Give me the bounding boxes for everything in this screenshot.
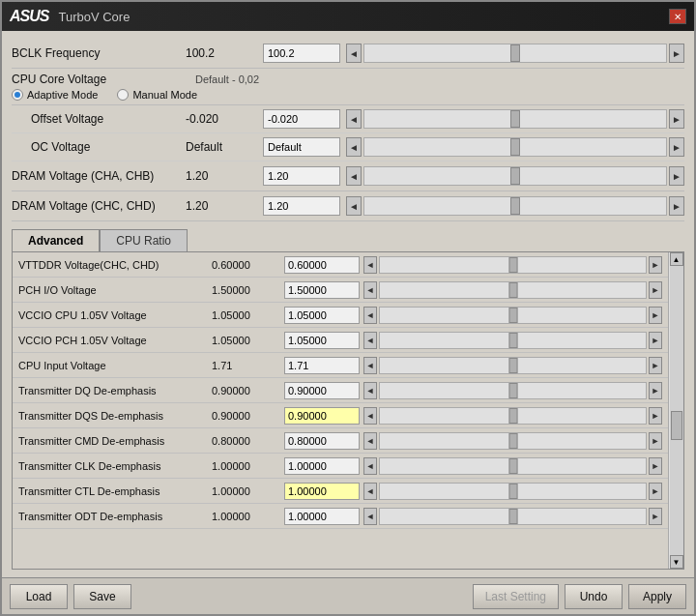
bclk-slider-track[interactable] [363, 44, 667, 63]
dram-chc-chd-right-arrow[interactable]: ► [669, 196, 684, 216]
dram-cha-chb-right-arrow[interactable]: ► [669, 166, 684, 186]
oc-slider-thumb [510, 138, 520, 156]
tab-row: VCCIO PCH 1.05V Voltage 1.05000 ◄ ► [13, 328, 668, 353]
tab-left-arrow[interactable]: ◄ [363, 483, 377, 500]
dram-chc-chd-input[interactable] [263, 196, 340, 216]
offset-slider-track[interactable] [363, 109, 667, 129]
tab-row-input[interactable] [284, 508, 360, 525]
tab-right-arrow[interactable]: ► [649, 457, 662, 475]
tab-row-value: 1.05000 [212, 335, 284, 346]
oc-input[interactable] [263, 137, 340, 157]
tab-slider-track[interactable] [379, 281, 647, 299]
bclk-slider-thumb [510, 44, 520, 62]
tab-right-arrow[interactable]: ► [649, 382, 662, 399]
tab-row-input[interactable] [284, 281, 360, 299]
tab-content-wrapper: VTTDDR Voltage(CHC, CHD) 0.60000 ◄ ► PCH… [13, 252, 683, 569]
save-button[interactable]: Save [73, 584, 131, 609]
tab-left-arrow[interactable]: ◄ [363, 407, 377, 425]
tab-row-value: 1.05000 [212, 309, 284, 321]
tab-slider-track[interactable] [379, 457, 647, 475]
oc-right-arrow[interactable]: ► [669, 137, 684, 157]
dram-chc-chd-value: 1.20 [186, 199, 263, 213]
scrollbar-down-btn[interactable]: ▼ [670, 555, 683, 569]
tab-row-input[interactable] [284, 483, 360, 500]
dram-cha-chb-input[interactable] [263, 166, 340, 186]
tab-row: Transmitter CLK De-emphasis 1.00000 ◄ ► [13, 454, 668, 479]
tab-row-input[interactable] [284, 407, 360, 425]
manual-mode-radio[interactable]: Manual Mode [117, 89, 197, 101]
tab-slider-track[interactable] [379, 307, 647, 324]
oc-voltage-row: OC Voltage Default ◄ ► [12, 133, 684, 161]
oc-left-arrow[interactable]: ◄ [346, 137, 362, 157]
tab-right-arrow[interactable]: ► [649, 508, 662, 525]
tab-left-arrow[interactable]: ◄ [363, 281, 377, 299]
bclk-left-arrow[interactable]: ◄ [346, 44, 362, 63]
tab-left-arrow[interactable]: ◄ [363, 307, 377, 324]
dram-cha-chb-left-arrow[interactable]: ◄ [346, 166, 362, 186]
manual-mode-label: Manual Mode [132, 89, 197, 101]
tab-left-arrow[interactable]: ◄ [363, 508, 377, 525]
tab-right-arrow[interactable]: ► [649, 357, 662, 374]
bclk-input[interactable] [263, 44, 340, 63]
cpu-voltage-sublabel: Default - 0,02 [195, 73, 259, 85]
tab-slider-track[interactable] [379, 508, 647, 525]
tab-right-arrow[interactable]: ► [649, 256, 662, 274]
dram-cha-chb-slider-track[interactable] [363, 166, 667, 186]
tab-row-input[interactable] [284, 432, 360, 450]
dram-chc-chd-slider-track[interactable] [363, 196, 667, 216]
tab-right-arrow[interactable]: ► [649, 432, 662, 450]
offset-voltage-row: Offset Voltage -0.020 ◄ ► [12, 105, 684, 133]
tab-right-arrow[interactable]: ► [649, 332, 662, 349]
tab-cpu-ratio[interactable]: CPU Ratio [100, 229, 188, 251]
tab-right-arrow[interactable]: ► [649, 407, 662, 425]
tab-row-input[interactable] [284, 357, 360, 374]
tab-left-arrow[interactable]: ◄ [363, 332, 377, 349]
adaptive-mode-radio[interactable]: Adaptive Mode [12, 89, 98, 101]
offset-right-arrow[interactable]: ► [669, 109, 684, 129]
tab-right-arrow[interactable]: ► [649, 307, 662, 324]
dram-cha-chb-slider-thumb [510, 167, 520, 185]
tab-slider-track[interactable] [379, 382, 647, 399]
tab-advanced[interactable]: Advanced [12, 229, 100, 251]
tab-slider-track[interactable] [379, 332, 647, 349]
tab-row-input[interactable] [284, 382, 360, 399]
tab-row-input[interactable] [284, 332, 360, 349]
dram-chc-chd-left-arrow[interactable]: ◄ [346, 196, 362, 216]
tab-row-input[interactable] [284, 256, 360, 274]
bclk-right-arrow[interactable]: ► [669, 44, 684, 63]
tab-left-arrow[interactable]: ◄ [363, 256, 377, 274]
tab-left-arrow[interactable]: ◄ [363, 457, 377, 475]
load-button[interactable]: Load [10, 584, 68, 609]
scrollbar-up-btn[interactable]: ▲ [670, 252, 683, 266]
tab-left-arrow[interactable]: ◄ [363, 382, 377, 399]
manual-mode-circle [117, 89, 129, 101]
tab-left-arrow[interactable]: ◄ [363, 357, 377, 374]
tab-slider-group: ◄ ► [363, 332, 662, 349]
bottom-bar: Load Save Last Setting Undo Apply [2, 577, 694, 614]
tab-slider-group: ◄ ► [363, 508, 662, 525]
tab-slider-track[interactable] [379, 357, 647, 374]
tab-row-input[interactable] [284, 307, 360, 324]
tab-slider-track[interactable] [379, 483, 647, 500]
offset-left-arrow[interactable]: ◄ [346, 109, 362, 129]
tab-left-arrow[interactable]: ◄ [363, 432, 377, 450]
undo-button[interactable]: Undo [565, 584, 623, 609]
tab-slider-track[interactable] [379, 256, 647, 274]
tab-row-value: 1.00000 [212, 460, 284, 472]
tab-slider-track[interactable] [379, 432, 647, 450]
apply-button[interactable]: Apply [628, 584, 686, 609]
offset-input[interactable] [263, 109, 340, 129]
last-setting-button[interactable]: Last Setting [473, 584, 559, 609]
tab-row: PCH I/O Voltage 1.50000 ◄ ► [13, 278, 668, 303]
tab-row-input[interactable] [284, 457, 360, 475]
cpu-voltage-row1: CPU Core Voltage Default - 0,02 [12, 73, 684, 86]
tab-slider-track[interactable] [379, 407, 647, 425]
close-button[interactable]: ✕ [669, 9, 686, 24]
tab-scroll-area[interactable]: VTTDDR Voltage(CHC, CHD) 0.60000 ◄ ► PCH… [13, 252, 668, 569]
tab-right-arrow[interactable]: ► [649, 483, 662, 500]
scrollbar-track[interactable] [670, 266, 683, 555]
tab-row-value: 0.60000 [212, 259, 284, 271]
tab-right-arrow[interactable]: ► [649, 281, 662, 299]
offset-label: Offset Voltage [31, 112, 186, 126]
oc-slider-track[interactable] [363, 137, 667, 157]
